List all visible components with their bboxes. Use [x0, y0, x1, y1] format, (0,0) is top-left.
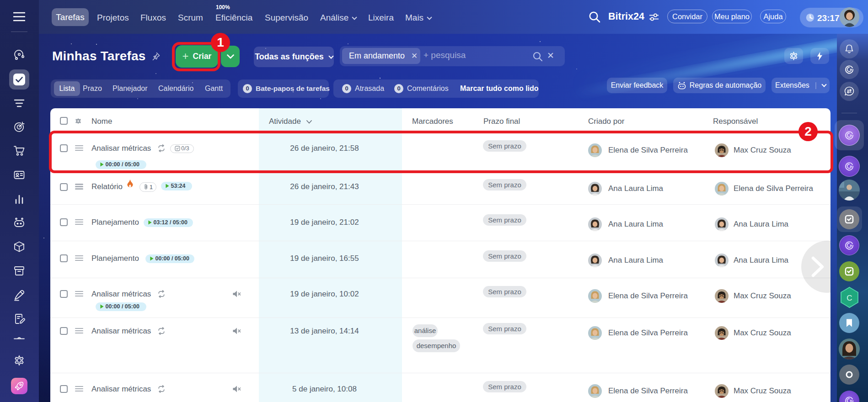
svg-text:C: C	[847, 294, 852, 302]
